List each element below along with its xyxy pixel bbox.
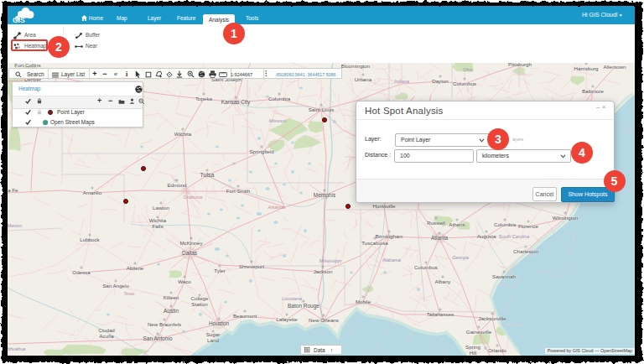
- svg-text:GIS: GIS: [13, 16, 25, 24]
